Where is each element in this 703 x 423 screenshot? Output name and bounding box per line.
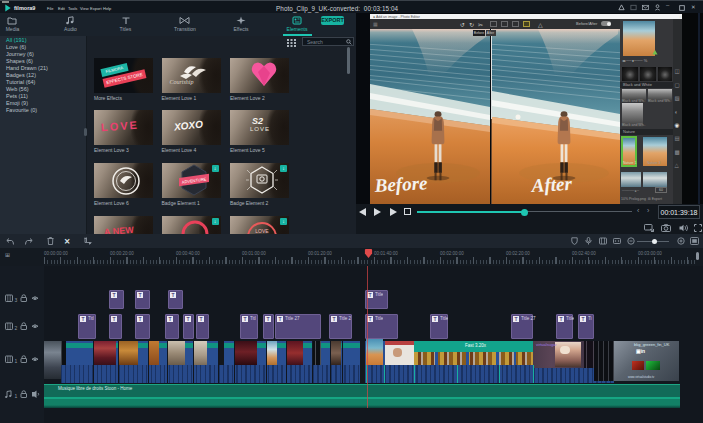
svg-text:3: 3: [15, 297, 18, 303]
svg-text:2: 2: [15, 325, 18, 331]
svg-text:1: 1: [15, 358, 18, 364]
svg-text:Before: Before: [373, 172, 428, 196]
svg-text:After: After: [530, 173, 573, 196]
svg-text:1: 1: [15, 393, 18, 399]
